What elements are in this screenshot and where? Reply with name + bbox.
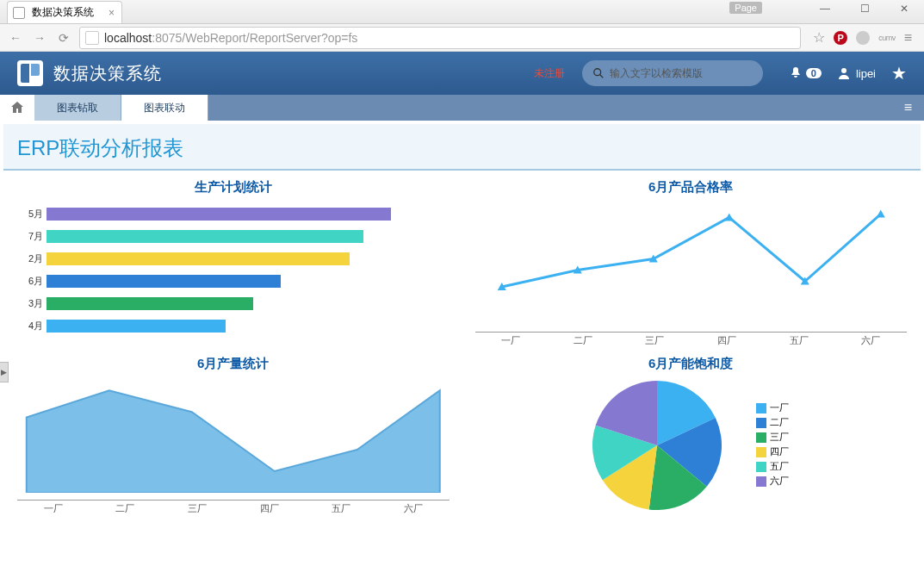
window-minimize-button[interactable]: — bbox=[805, 0, 845, 17]
app-tabbar: 图表钻取 图表联动 ≡ bbox=[0, 95, 924, 121]
home-tab[interactable] bbox=[0, 95, 34, 121]
unregistered-label[interactable]: 未注册 bbox=[534, 66, 565, 81]
chart-pass: 6月产品合格率 一厂二厂三厂四厂五厂六厂 bbox=[475, 179, 908, 347]
legend-item[interactable]: 四厂 bbox=[756, 445, 789, 458]
window-maximize-button[interactable]: ☐ bbox=[845, 0, 884, 17]
reload-button[interactable]: ⟳ bbox=[55, 29, 72, 47]
window-controls: — ☐ ✕ bbox=[805, 0, 924, 17]
legend-label: 六厂 bbox=[770, 475, 789, 488]
bar-row[interactable]: 4月 bbox=[17, 316, 450, 335]
user-icon bbox=[837, 66, 851, 80]
tab-close-icon[interactable]: × bbox=[109, 7, 115, 19]
svg-marker-8 bbox=[876, 210, 884, 218]
bar-fill bbox=[47, 297, 253, 310]
star-icon[interactable]: ☆ bbox=[813, 29, 825, 46]
browser-titlebar: 数据决策系统 × Page — ☐ ✕ bbox=[0, 0, 924, 24]
home-icon bbox=[10, 101, 24, 115]
bar-fill bbox=[47, 230, 363, 243]
search-box[interactable] bbox=[582, 60, 763, 86]
bar-label: 4月 bbox=[17, 320, 47, 333]
page-title: ERP联动分析报表 bbox=[3, 124, 921, 171]
bar-row[interactable]: 7月 bbox=[17, 227, 450, 246]
bar-label: 2月 bbox=[17, 252, 47, 265]
bar-label: 6月 bbox=[17, 275, 47, 288]
bell-icon bbox=[789, 66, 803, 80]
tab-drill[interactable]: 图表钻取 bbox=[34, 95, 121, 121]
bar-fill bbox=[47, 275, 281, 288]
legend-label: 二厂 bbox=[770, 416, 789, 429]
bar-row[interactable]: 3月 bbox=[17, 294, 450, 313]
legend-swatch bbox=[756, 432, 766, 443]
bar-fill bbox=[47, 252, 350, 265]
address-bar[interactable]: localhost:8075/WebReport/ReportServer?op… bbox=[79, 27, 801, 49]
legend-label: 四厂 bbox=[770, 445, 789, 458]
svg-marker-6 bbox=[724, 213, 733, 221]
tab-label: 图表钻取 bbox=[57, 101, 98, 115]
chart-title: 生产计划统计 bbox=[17, 179, 450, 196]
bar-chart[interactable]: 5月7月2月6月3月4月 bbox=[17, 204, 450, 335]
forward-button[interactable]: → bbox=[31, 29, 48, 47]
bar-fill bbox=[47, 320, 226, 333]
browser-tab-title: 数据决策系统 bbox=[32, 5, 94, 20]
svg-line-1 bbox=[600, 75, 604, 78]
url-host: localhost bbox=[104, 31, 152, 45]
svg-point-0 bbox=[594, 69, 601, 76]
browser-menu-icon[interactable]: ≡ bbox=[904, 30, 912, 46]
favicon-icon bbox=[13, 7, 25, 19]
bar-label: 5月 bbox=[17, 208, 47, 221]
site-info-icon[interactable] bbox=[85, 31, 99, 45]
bar-fill bbox=[47, 208, 391, 221]
notification-button[interactable]: 0 bbox=[789, 66, 822, 80]
legend-swatch bbox=[756, 447, 766, 457]
app-logo-icon bbox=[17, 60, 43, 86]
pie-legend: 一厂二厂三厂四厂五厂六厂 bbox=[756, 401, 789, 489]
line-chart[interactable] bbox=[475, 204, 908, 325]
user-button[interactable]: lipei bbox=[837, 66, 876, 80]
x-axis-labels: 一厂二厂三厂四厂五厂六厂 bbox=[17, 502, 450, 515]
tab-label: 图表联动 bbox=[144, 101, 185, 115]
legend-item[interactable]: 六厂 bbox=[756, 475, 789, 488]
legend-item[interactable]: 二厂 bbox=[756, 416, 789, 429]
content-area: ERP联动分析报表 生产计划统计 5月7月2月6月3月4月 6月产品合格率 一厂… bbox=[0, 124, 924, 524]
browser-tab[interactable]: 数据决策系统 × bbox=[7, 1, 122, 23]
favorite-icon[interactable]: ★ bbox=[891, 63, 907, 84]
chart-title: 6月产品合格率 bbox=[475, 179, 908, 196]
bar-row[interactable]: 6月 bbox=[17, 271, 450, 290]
extension-gray-icon[interactable] bbox=[856, 31, 870, 45]
url-path: :8075/WebReport/ReportServer?op=fs bbox=[152, 31, 357, 45]
back-button[interactable]: ← bbox=[7, 29, 24, 47]
bar-label: 7月 bbox=[17, 230, 47, 243]
chart-title: 6月产量统计 bbox=[17, 356, 450, 372]
area-chart[interactable] bbox=[17, 381, 450, 493]
extension-cumv-icon[interactable]: cumv bbox=[878, 34, 896, 42]
chart-output: 6月产量统计 一厂二厂三厂四厂五厂六厂 bbox=[17, 356, 450, 515]
x-axis-labels: 一厂二厂三厂四厂五厂六厂 bbox=[475, 334, 908, 347]
legend-label: 一厂 bbox=[770, 401, 789, 414]
bar-label: 3月 bbox=[17, 297, 47, 310]
sidebar-expand-handle[interactable]: ▶ bbox=[0, 362, 9, 382]
page-badge: Page bbox=[729, 2, 762, 14]
app-title: 数据决策系统 bbox=[53, 62, 534, 85]
legend-swatch bbox=[756, 418, 766, 428]
search-input[interactable] bbox=[610, 67, 753, 79]
pinterest-icon[interactable]: P bbox=[834, 31, 847, 45]
chart-title: 6月产能饱和度 bbox=[475, 356, 908, 372]
pie-chart[interactable] bbox=[592, 381, 722, 510]
app-header: 数据决策系统 未注册 0 lipei ★ bbox=[0, 52, 924, 95]
svg-point-2 bbox=[841, 68, 846, 73]
browser-toolbar: ← → ⟳ localhost:8075/WebReport/ReportSer… bbox=[0, 24, 924, 52]
search-icon bbox=[592, 67, 605, 79]
bar-row[interactable]: 5月 bbox=[17, 204, 450, 223]
menu-icon[interactable]: ≡ bbox=[892, 100, 924, 115]
bar-row[interactable]: 2月 bbox=[17, 249, 450, 268]
legend-label: 三厂 bbox=[770, 431, 789, 444]
legend-item[interactable]: 五厂 bbox=[756, 460, 789, 473]
legend-label: 五厂 bbox=[770, 460, 789, 473]
legend-item[interactable]: 一厂 bbox=[756, 401, 789, 414]
notification-count: 0 bbox=[806, 68, 822, 78]
window-close-button[interactable]: ✕ bbox=[884, 0, 924, 17]
legend-item[interactable]: 三厂 bbox=[756, 431, 789, 444]
tab-link[interactable]: 图表联动 bbox=[121, 95, 208, 121]
legend-swatch bbox=[756, 476, 766, 487]
chart-capacity: 6月产能饱和度 一厂二厂三厂四厂五厂六厂 bbox=[475, 356, 908, 515]
